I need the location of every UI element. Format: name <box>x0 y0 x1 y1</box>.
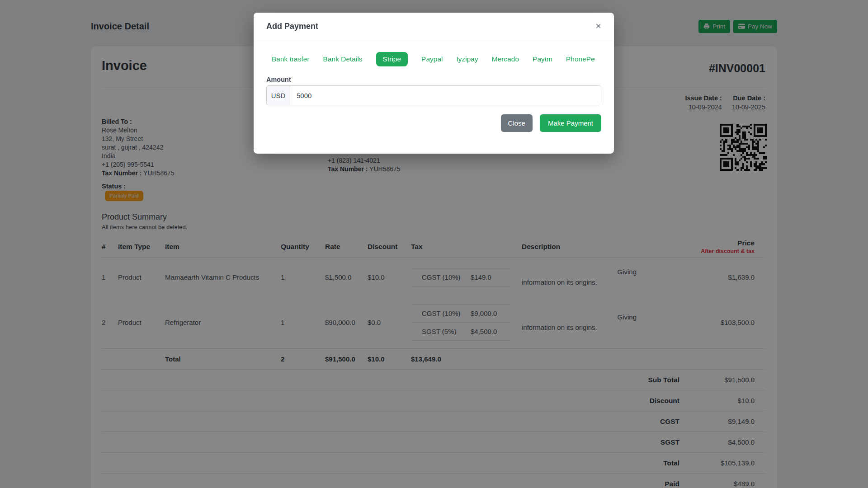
currency-prefix: USD <box>267 86 290 105</box>
tab-bank-details[interactable]: Bank Details <box>323 52 363 66</box>
modal-body: Bank trasfer Bank Details Stripe Paypal … <box>254 40 614 105</box>
add-payment-modal: Add Payment × Bank trasfer Bank Details … <box>254 13 614 154</box>
tab-iyzipay[interactable]: Iyzipay <box>456 52 478 66</box>
close-icon[interactable]: × <box>595 21 601 31</box>
tab-stripe[interactable]: Stripe <box>376 52 408 66</box>
close-button[interactable]: Close <box>501 114 533 132</box>
tab-bank-transfer[interactable]: Bank trasfer <box>272 52 310 66</box>
modal-footer: Close Make Payment <box>254 105 614 154</box>
modal-title: Add Payment <box>266 22 318 31</box>
tab-mercado[interactable]: Mercado <box>492 52 519 66</box>
tab-phonepe[interactable]: PhonePe <box>566 52 595 66</box>
amount-label: Amount <box>266 76 601 83</box>
tab-paytm[interactable]: Paytm <box>533 52 552 66</box>
make-payment-button[interactable]: Make Payment <box>540 114 601 132</box>
amount-input-group: USD <box>266 85 601 105</box>
amount-input[interactable] <box>290 86 601 105</box>
tab-paypal[interactable]: Paypal <box>421 52 443 66</box>
payment-method-tabs: Bank trasfer Bank Details Stripe Paypal … <box>272 52 601 66</box>
modal-header: Add Payment × <box>254 13 614 40</box>
